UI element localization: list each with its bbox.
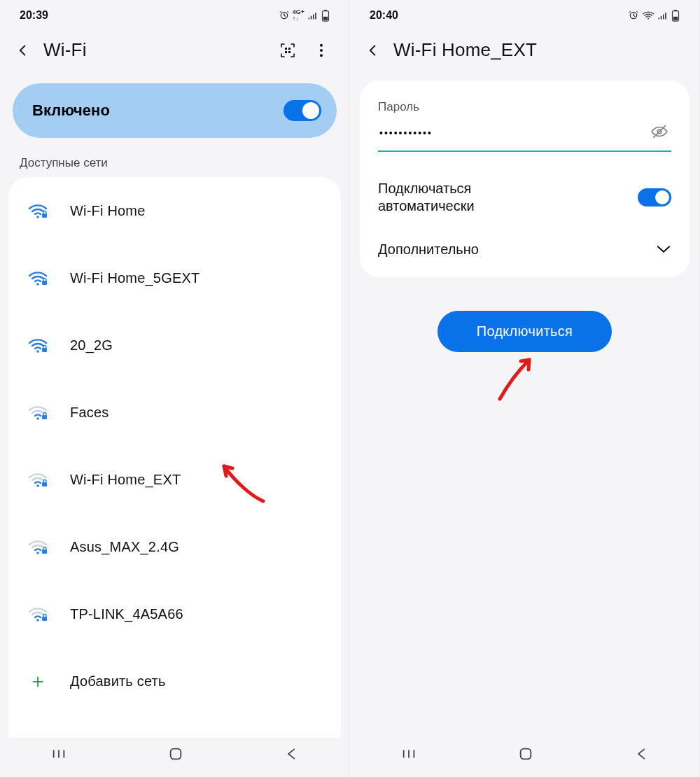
svg-rect-31 xyxy=(520,749,531,760)
wifi-master-toggle[interactable]: Включено xyxy=(13,83,337,138)
svg-point-7 xyxy=(320,43,323,46)
more-vert-icon xyxy=(319,43,323,58)
back-button[interactable] xyxy=(361,41,385,59)
system-navbar xyxy=(0,738,349,777)
status-icons: 4G+↑↓ xyxy=(279,9,330,22)
network-item[interactable]: Wi-Fi Home xyxy=(8,177,341,244)
switch-on-icon xyxy=(638,188,671,206)
page-title: Wi-Fi Home_EXT xyxy=(393,39,684,61)
svg-point-8 xyxy=(320,48,323,51)
network-settings-card: Пароль ••••••••••• Подключаться автомати… xyxy=(360,80,690,277)
signal-icon xyxy=(307,10,318,20)
nav-home-button[interactable] xyxy=(168,746,183,764)
svg-rect-17 xyxy=(42,415,47,419)
chevron-down-icon xyxy=(656,241,671,258)
network-item[interactable]: Wi-Fi Home_5GEXT xyxy=(8,244,341,312)
chevron-left-icon xyxy=(16,41,30,59)
add-network-button[interactable]: ＋ Добавить сеть xyxy=(8,648,341,715)
network-item[interactable]: Asus_MAX_2.4G xyxy=(8,513,341,580)
svg-rect-24 xyxy=(170,749,181,760)
more-button[interactable] xyxy=(309,43,334,58)
network-item[interactable]: Wi-Fi Home_EXT xyxy=(8,446,341,513)
network-ssid: Faces xyxy=(70,405,108,421)
svg-rect-6 xyxy=(288,51,290,53)
svg-point-10 xyxy=(36,216,39,218)
network-ssid: Wi-Fi Home_5GEXT xyxy=(70,270,200,286)
wifi-lock-strong-icon xyxy=(22,335,53,355)
svg-rect-15 xyxy=(42,348,47,352)
available-networks-label: Доступные сети xyxy=(0,150,349,177)
svg-point-20 xyxy=(36,552,39,554)
svg-rect-19 xyxy=(42,482,47,486)
svg-rect-13 xyxy=(42,281,47,285)
auto-connect-toggle[interactable]: Подключаться автоматически xyxy=(360,164,690,230)
password-label: Пароль xyxy=(378,100,671,114)
plus-icon: ＋ xyxy=(22,668,53,694)
network-ssid: TP-LINK_4A5A66 xyxy=(70,606,183,622)
net-4g-icon: 4G+↑↓ xyxy=(293,9,304,22)
nav-recents-button[interactable] xyxy=(401,747,416,764)
nav-back-button[interactable] xyxy=(635,747,649,764)
advanced-toggle[interactable]: Дополнительно xyxy=(360,230,690,277)
battery-icon xyxy=(321,9,330,22)
wifi-lock-weak-icon xyxy=(22,537,53,556)
svg-point-16 xyxy=(36,417,39,420)
network-item[interactable]: TP-LINK_4A5A66 xyxy=(8,580,341,648)
svg-rect-4 xyxy=(288,48,290,50)
svg-rect-28 xyxy=(673,17,678,20)
auto-connect-label: Подключаться автоматически xyxy=(378,180,475,215)
network-list: Wi-Fi Home Wi-Fi Home_5GEXT 20_2G Faces xyxy=(8,177,341,738)
password-value: ••••••••••• xyxy=(379,127,433,139)
back-button[interactable] xyxy=(11,41,35,59)
svg-point-22 xyxy=(36,619,39,622)
network-ssid: Asus_MAX_2.4G xyxy=(70,539,179,555)
network-ssid: 20_2G xyxy=(70,337,113,354)
qr-icon xyxy=(279,42,296,59)
status-time: 20:39 xyxy=(20,9,48,22)
battery-icon xyxy=(671,9,680,22)
nav-back-button[interactable] xyxy=(285,747,299,764)
svg-rect-3 xyxy=(285,48,287,50)
nav-home-button[interactable] xyxy=(518,746,533,764)
svg-point-9 xyxy=(320,54,323,57)
wifi-lock-strong-icon xyxy=(22,201,53,220)
wifi-lock-strong-icon xyxy=(22,268,53,288)
alarm-icon xyxy=(279,10,290,21)
nav-recents-button[interactable] xyxy=(51,747,66,764)
connect-button[interactable]: Подключиться xyxy=(438,311,612,352)
wifi-switch-on-icon xyxy=(284,100,321,121)
status-bar: 20:39 4G+↑↓ xyxy=(0,0,349,27)
svg-point-25 xyxy=(648,18,649,19)
page-title: Wi-Fi xyxy=(43,39,267,61)
wifi-lock-weak-icon xyxy=(22,402,53,422)
svg-rect-21 xyxy=(42,550,47,554)
phone-left: 20:39 4G+↑↓ Wi-Fi Включено Доступные сет… xyxy=(0,0,350,777)
password-field-block: Пароль ••••••••••• xyxy=(360,96,690,164)
qr-scan-button[interactable] xyxy=(275,42,300,59)
svg-point-12 xyxy=(36,283,39,286)
svg-rect-27 xyxy=(674,10,677,11)
status-time: 20:40 xyxy=(370,9,398,22)
wifi-status-icon xyxy=(642,10,654,20)
header: Wi-Fi xyxy=(0,27,349,74)
svg-rect-23 xyxy=(42,617,47,621)
network-item[interactable]: 20_2G xyxy=(8,312,341,379)
chevron-left-icon xyxy=(366,41,380,59)
network-item[interactable]: Faces xyxy=(8,379,341,446)
wifi-lock-weak-icon xyxy=(22,604,53,624)
network-ssid: Wi-Fi Home_EXT xyxy=(70,472,181,488)
wifi-lock-weak-icon xyxy=(22,470,53,489)
svg-rect-5 xyxy=(285,51,287,53)
svg-point-18 xyxy=(36,484,39,487)
advanced-label: Дополнительно xyxy=(378,241,479,258)
alarm-icon xyxy=(628,10,639,21)
svg-rect-11 xyxy=(42,214,47,218)
network-ssid: Wi-Fi Home xyxy=(70,203,146,219)
svg-point-14 xyxy=(36,350,39,353)
svg-rect-1 xyxy=(324,10,327,11)
password-input[interactable]: ••••••••••• xyxy=(378,120,671,152)
add-network-label: Добавить сеть xyxy=(70,673,166,690)
system-navbar xyxy=(350,738,699,777)
toggle-password-visibility[interactable] xyxy=(650,122,668,144)
signal-icon xyxy=(657,10,668,20)
